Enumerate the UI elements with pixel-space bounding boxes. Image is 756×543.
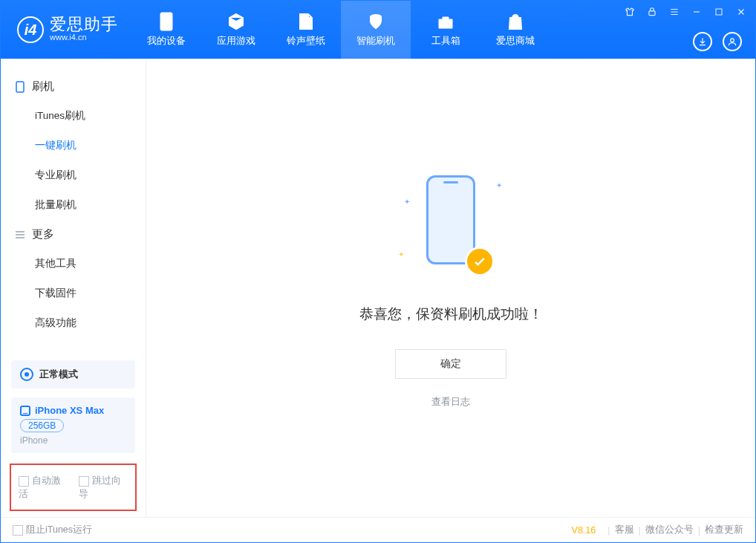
main-panel: ✦ ✦ ✦ 恭喜您，保资料刷机成功啦！ 确定 查看日志	[146, 59, 755, 517]
maximize-icon[interactable]	[712, 5, 726, 19]
cube-icon	[227, 12, 246, 31]
logo: i4 爱思助手 www.i4.cn	[1, 1, 131, 59]
tshirt-icon[interactable]	[623, 5, 636, 19]
nav-my-device[interactable]: 我的设备	[131, 1, 201, 59]
toolbox-icon	[436, 12, 455, 31]
device-name: iPhone XS Max	[35, 405, 104, 416]
device-box[interactable]: iPhone XS Max 256GB iPhone	[11, 397, 135, 453]
minimize-icon[interactable]	[690, 5, 703, 19]
success-message: 恭喜您，保资料刷机成功啦！	[359, 305, 543, 324]
highlighted-options: 自动激活 跳过向导	[10, 464, 137, 511]
nav-label: 铃声壁纸	[287, 34, 325, 48]
mode-box[interactable]: 正常模式	[11, 360, 135, 388]
nav-label: 智能刷机	[356, 34, 395, 48]
nav-label: 爱思商城	[496, 34, 535, 48]
phone-icon	[14, 81, 26, 93]
device-icon	[157, 12, 176, 31]
sidebar-item-advanced[interactable]: 高级功能	[1, 308, 146, 338]
phone-icon	[426, 175, 475, 264]
mode-icon	[20, 368, 33, 381]
sidebar-section-more: 更多	[1, 220, 146, 249]
mode-label: 正常模式	[39, 368, 78, 381]
bag-icon	[506, 12, 525, 31]
nav-store[interactable]: 爱思商城	[480, 1, 550, 59]
svg-rect-2	[160, 13, 172, 30]
device-capacity: 256GB	[20, 419, 64, 432]
sidebar-item-download-fw[interactable]: 下载固件	[1, 279, 146, 308]
view-log-link[interactable]: 查看日志	[431, 395, 470, 409]
svg-rect-4	[16, 82, 24, 92]
success-illustration: ✦ ✦ ✦	[395, 168, 506, 279]
account-button[interactable]	[723, 32, 742, 51]
sidebar-item-itunes-flash[interactable]: iTunes刷机	[1, 101, 146, 131]
section-title: 刷机	[32, 79, 54, 94]
svg-rect-1	[716, 9, 722, 15]
device-small-icon	[20, 406, 30, 416]
ok-button[interactable]: 确定	[395, 349, 506, 379]
nav-toolbox[interactable]: 工具箱	[411, 1, 480, 59]
check-badge-icon	[465, 247, 495, 276]
app-title: 爱思助手	[50, 16, 118, 33]
skip-guide-checkbox[interactable]: 跳过向导	[79, 474, 128, 501]
top-bar: i4 爱思助手 www.i4.cn 我的设备 应用游戏 铃声壁纸 智能刷机	[1, 1, 755, 59]
nav-label: 工具箱	[431, 34, 460, 48]
sidebar-section-flash: 刷机	[1, 72, 146, 101]
nav-label: 应用游戏	[217, 34, 255, 48]
sidebar-item-oneclick[interactable]: 一键刷机	[1, 131, 146, 160]
sidebar-item-other-tools[interactable]: 其他工具	[1, 249, 146, 279]
svg-point-3	[731, 39, 734, 42]
sidebar-item-pro-flash[interactable]: 专业刷机	[1, 160, 146, 190]
download-button[interactable]	[693, 32, 712, 51]
top-nav: 我的设备 应用游戏 铃声壁纸 智能刷机 工具箱 爱思商城	[131, 1, 550, 59]
window-controls	[623, 5, 748, 19]
version-label: V8.16	[572, 525, 596, 536]
section-title: 更多	[32, 227, 54, 241]
refresh-shield-icon	[366, 12, 385, 31]
auto-activate-checkbox[interactable]: 自动激活	[19, 474, 68, 501]
nav-flash[interactable]: 智能刷机	[341, 1, 411, 59]
status-link-support[interactable]: 客服	[615, 524, 634, 536]
list-icon	[14, 230, 26, 239]
close-icon[interactable]	[734, 5, 748, 19]
nav-ringtones[interactable]: 铃声壁纸	[271, 1, 341, 59]
top-right-actions	[693, 32, 742, 51]
sidebar: 刷机 iTunes刷机 一键刷机 专业刷机 批量刷机 更多 其他工具 下载固件 …	[1, 59, 146, 517]
logo-icon: i4	[17, 16, 44, 43]
block-itunes-checkbox[interactable]: 阻止iTunes运行	[13, 524, 92, 536]
sidebar-item-batch-flash[interactable]: 批量刷机	[1, 190, 146, 220]
menu-icon[interactable]	[668, 5, 681, 19]
status-bar: 阻止iTunes运行 V8.16 | 客服 | 微信公众号 | 检查更新	[1, 517, 755, 542]
music-file-icon	[296, 12, 316, 31]
device-type: iPhone	[20, 435, 126, 446]
app-subtitle: www.i4.cn	[50, 33, 118, 42]
status-link-update[interactable]: 检查更新	[705, 524, 743, 536]
svg-rect-0	[649, 11, 655, 16]
nav-label: 我的设备	[147, 34, 186, 48]
lock-icon[interactable]	[645, 5, 659, 19]
nav-apps[interactable]: 应用游戏	[201, 1, 271, 59]
status-link-wechat[interactable]: 微信公众号	[645, 524, 694, 536]
